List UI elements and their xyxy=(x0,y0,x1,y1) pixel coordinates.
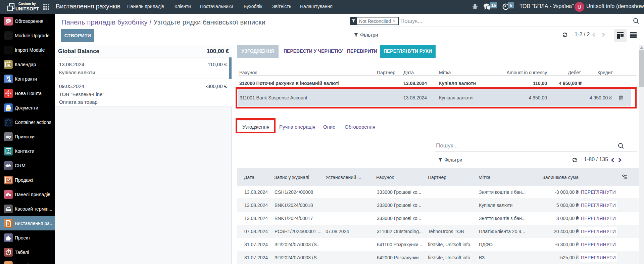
svg-text:$: $ xyxy=(7,222,9,226)
